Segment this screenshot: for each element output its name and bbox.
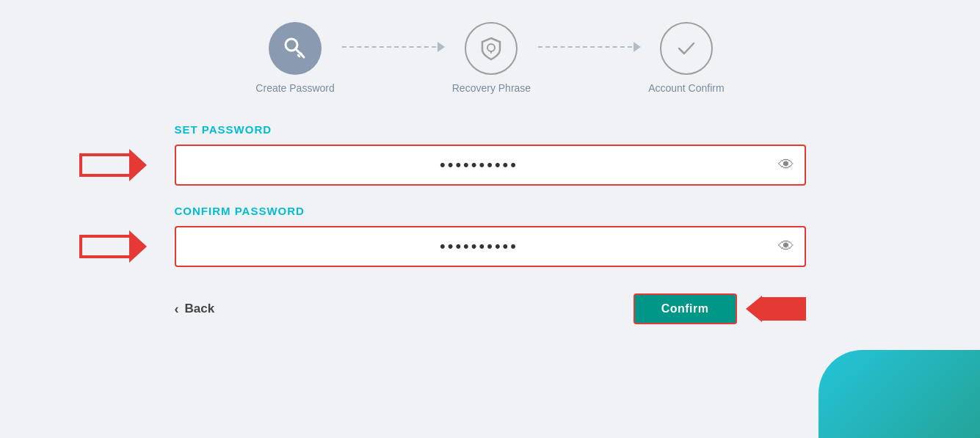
stepper-arrow-2 xyxy=(531,42,648,52)
back-button-label: Back xyxy=(185,302,215,316)
bottom-bar: ‹ Back Confirm xyxy=(175,293,806,324)
step-circle-account-confirm xyxy=(660,22,713,75)
set-password-wrapper: 👁 xyxy=(175,145,806,186)
key-icon xyxy=(282,35,308,62)
set-password-label: SET PASSWORD xyxy=(175,123,272,136)
back-button[interactable]: ‹ Back xyxy=(175,302,215,317)
shield-icon xyxy=(478,35,504,62)
confirm-button[interactable]: Confirm xyxy=(634,293,737,324)
confirm-password-input[interactable] xyxy=(175,226,806,267)
step-label-create-password: Create Password xyxy=(255,82,334,94)
confirm-password-wrapper: 👁 xyxy=(175,226,806,267)
step-circle-create-password xyxy=(269,22,322,75)
step-recovery-phrase: Recovery Phrase xyxy=(452,22,531,94)
set-password-input[interactable] xyxy=(175,145,806,186)
eye-icon-set-password[interactable]: 👁 xyxy=(778,156,794,175)
svg-line-2 xyxy=(300,53,302,54)
teal-gradient-decoration xyxy=(819,350,980,438)
confirm-password-arrow xyxy=(79,230,147,263)
step-create-password: Create Password xyxy=(255,22,334,94)
back-chevron-icon: ‹ xyxy=(175,302,179,317)
step-label-recovery-phrase: Recovery Phrase xyxy=(452,82,531,94)
confirm-password-label: CONFIRM PASSWORD xyxy=(175,205,305,217)
form-area: SET PASSWORD 👁 CONFIRM PASSWORD 👁 ‹ xyxy=(175,123,806,324)
svg-line-3 xyxy=(298,55,300,56)
step-circle-recovery-phrase xyxy=(465,22,518,75)
stepper-arrow-1 xyxy=(335,42,452,52)
confirm-arrow xyxy=(746,296,806,322)
eye-icon-confirm-password[interactable]: 👁 xyxy=(778,237,794,256)
checkmark-icon xyxy=(675,37,698,60)
svg-point-4 xyxy=(487,44,495,51)
step-account-confirm: Account Confirm xyxy=(648,22,724,94)
step-label-account-confirm: Account Confirm xyxy=(648,82,724,94)
confirm-section: Confirm xyxy=(634,293,806,324)
main-container: Create Password Recovery Phrase xyxy=(0,0,980,438)
set-password-arrow xyxy=(79,149,147,181)
stepper: Create Password Recovery Phrase xyxy=(255,22,724,94)
